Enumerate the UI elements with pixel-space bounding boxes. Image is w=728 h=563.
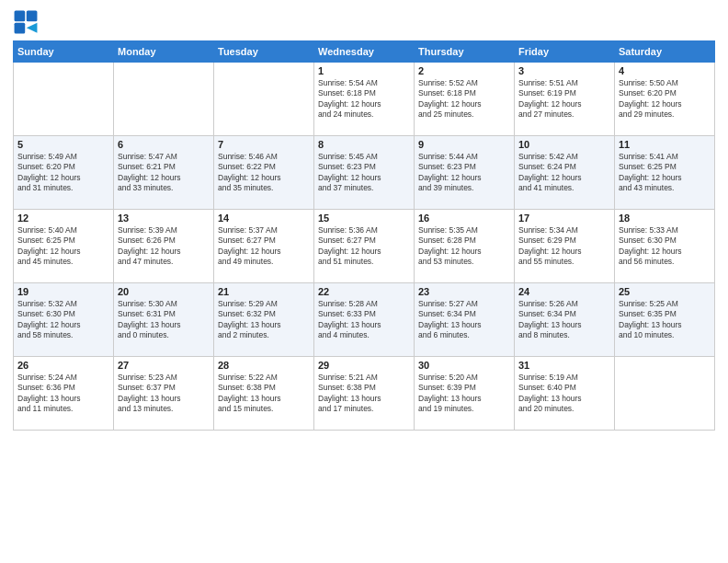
- day-info: Sunrise: 5:39 AM Sunset: 6:26 PM Dayligh…: [118, 225, 210, 268]
- calendar-week-5: 26Sunrise: 5:24 AM Sunset: 6:36 PM Dayli…: [14, 357, 715, 431]
- calendar-cell: 21Sunrise: 5:29 AM Sunset: 6:32 PM Dayli…: [214, 283, 314, 357]
- day-number: 9: [418, 139, 510, 150]
- day-info: Sunrise: 5:45 AM Sunset: 6:23 PM Dayligh…: [318, 152, 410, 194]
- calendar-week-4: 19Sunrise: 5:32 AM Sunset: 6:30 PM Dayli…: [14, 283, 715, 357]
- calendar-cell: [114, 63, 214, 136]
- calendar-cell: 25Sunrise: 5:25 AM Sunset: 6:35 PM Dayli…: [615, 283, 715, 357]
- calendar-weekday-tuesday: Tuesday: [214, 41, 314, 63]
- calendar-weekday-saturday: Saturday: [615, 41, 715, 63]
- calendar-header-row: SundayMondayTuesdayWednesdayThursdayFrid…: [14, 41, 715, 63]
- day-info: Sunrise: 5:29 AM Sunset: 6:32 PM Dayligh…: [218, 299, 310, 341]
- calendar-cell: 24Sunrise: 5:26 AM Sunset: 6:34 PM Dayli…: [515, 283, 615, 357]
- calendar-body: 1Sunrise: 5:54 AM Sunset: 6:18 PM Daylig…: [14, 63, 715, 431]
- calendar-cell: 10Sunrise: 5:42 AM Sunset: 6:24 PM Dayli…: [515, 136, 615, 210]
- calendar-weekday-wednesday: Wednesday: [314, 41, 415, 63]
- calendar-week-2: 5Sunrise: 5:49 AM Sunset: 6:20 PM Daylig…: [14, 136, 715, 210]
- calendar-weekday-friday: Friday: [515, 41, 615, 63]
- day-info: Sunrise: 5:34 AM Sunset: 6:29 PM Dayligh…: [518, 225, 610, 268]
- svg-marker-3: [27, 23, 38, 33]
- day-info: Sunrise: 5:46 AM Sunset: 6:22 PM Dayligh…: [218, 152, 310, 194]
- day-number: 27: [118, 360, 210, 371]
- day-number: 7: [218, 139, 310, 150]
- day-number: 10: [518, 139, 610, 150]
- calendar: SundayMondayTuesdayWednesdayThursdayFrid…: [13, 40, 715, 431]
- day-info: Sunrise: 5:21 AM Sunset: 6:38 PM Dayligh…: [318, 373, 410, 415]
- day-number: 14: [218, 213, 310, 224]
- day-info: Sunrise: 5:26 AM Sunset: 6:34 PM Dayligh…: [518, 299, 610, 341]
- day-info: Sunrise: 5:41 AM Sunset: 6:25 PM Dayligh…: [619, 152, 711, 194]
- calendar-cell: 17Sunrise: 5:34 AM Sunset: 6:29 PM Dayli…: [515, 210, 615, 283]
- calendar-cell: 29Sunrise: 5:21 AM Sunset: 6:38 PM Dayli…: [314, 357, 415, 431]
- calendar-cell: 22Sunrise: 5:28 AM Sunset: 6:33 PM Dayli…: [314, 283, 415, 357]
- calendar-cell: 5Sunrise: 5:49 AM Sunset: 6:20 PM Daylig…: [14, 136, 114, 210]
- svg-rect-0: [15, 11, 26, 22]
- calendar-weekday-monday: Monday: [114, 41, 214, 63]
- day-number: 15: [318, 213, 410, 224]
- day-number: 31: [518, 360, 610, 371]
- day-info: Sunrise: 5:30 AM Sunset: 6:31 PM Dayligh…: [118, 299, 210, 341]
- logo-icon: [13, 9, 39, 35]
- day-info: Sunrise: 5:49 AM Sunset: 6:20 PM Dayligh…: [17, 152, 109, 194]
- day-number: 5: [17, 139, 109, 150]
- day-info: Sunrise: 5:44 AM Sunset: 6:23 PM Dayligh…: [418, 152, 510, 194]
- day-number: 23: [418, 286, 510, 297]
- day-number: 30: [418, 360, 510, 371]
- day-number: 22: [318, 286, 410, 297]
- day-number: 21: [218, 286, 310, 297]
- day-info: Sunrise: 5:20 AM Sunset: 6:39 PM Dayligh…: [418, 373, 510, 415]
- header: [13, 9, 715, 35]
- calendar-week-1: 1Sunrise: 5:54 AM Sunset: 6:18 PM Daylig…: [14, 63, 715, 136]
- day-number: 1: [318, 65, 410, 76]
- calendar-cell: 23Sunrise: 5:27 AM Sunset: 6:34 PM Dayli…: [415, 283, 515, 357]
- day-number: 25: [619, 286, 711, 297]
- day-info: Sunrise: 5:32 AM Sunset: 6:30 PM Dayligh…: [17, 299, 109, 341]
- calendar-cell: 18Sunrise: 5:33 AM Sunset: 6:30 PM Dayli…: [615, 210, 715, 283]
- calendar-cell: 4Sunrise: 5:50 AM Sunset: 6:20 PM Daylig…: [615, 63, 715, 136]
- calendar-cell: 1Sunrise: 5:54 AM Sunset: 6:18 PM Daylig…: [314, 63, 415, 136]
- day-number: 17: [518, 213, 610, 224]
- day-info: Sunrise: 5:33 AM Sunset: 6:30 PM Dayligh…: [619, 225, 711, 268]
- day-info: Sunrise: 5:47 AM Sunset: 6:21 PM Dayligh…: [118, 152, 210, 194]
- day-number: 18: [619, 213, 711, 224]
- calendar-cell: 27Sunrise: 5:23 AM Sunset: 6:37 PM Dayli…: [114, 357, 214, 431]
- day-number: 24: [518, 286, 610, 297]
- day-info: Sunrise: 5:52 AM Sunset: 6:18 PM Dayligh…: [418, 78, 510, 121]
- calendar-weekday-thursday: Thursday: [415, 41, 515, 63]
- day-number: 11: [619, 139, 711, 150]
- day-number: 4: [619, 65, 711, 76]
- calendar-cell: [214, 63, 314, 136]
- calendar-cell: 26Sunrise: 5:24 AM Sunset: 6:36 PM Dayli…: [14, 357, 114, 431]
- calendar-cell: 2Sunrise: 5:52 AM Sunset: 6:18 PM Daylig…: [415, 63, 515, 136]
- day-number: 29: [318, 360, 410, 371]
- day-info: Sunrise: 5:35 AM Sunset: 6:28 PM Dayligh…: [418, 225, 510, 268]
- day-info: Sunrise: 5:42 AM Sunset: 6:24 PM Dayligh…: [518, 152, 610, 194]
- calendar-cell: 28Sunrise: 5:22 AM Sunset: 6:38 PM Dayli…: [214, 357, 314, 431]
- day-info: Sunrise: 5:37 AM Sunset: 6:27 PM Dayligh…: [218, 225, 310, 268]
- day-info: Sunrise: 5:51 AM Sunset: 6:19 PM Dayligh…: [518, 78, 610, 121]
- day-info: Sunrise: 5:50 AM Sunset: 6:20 PM Dayligh…: [619, 78, 711, 121]
- day-number: 6: [118, 139, 210, 150]
- calendar-cell: 12Sunrise: 5:40 AM Sunset: 6:25 PM Dayli…: [14, 210, 114, 283]
- day-number: 3: [518, 65, 610, 76]
- day-number: 16: [418, 213, 510, 224]
- calendar-week-3: 12Sunrise: 5:40 AM Sunset: 6:25 PM Dayli…: [14, 210, 715, 283]
- calendar-cell: 8Sunrise: 5:45 AM Sunset: 6:23 PM Daylig…: [314, 136, 415, 210]
- logo: [13, 9, 40, 35]
- page: SundayMondayTuesdayWednesdayThursdayFrid…: [0, 0, 728, 563]
- day-info: Sunrise: 5:25 AM Sunset: 6:35 PM Dayligh…: [619, 299, 711, 341]
- day-info: Sunrise: 5:40 AM Sunset: 6:25 PM Dayligh…: [17, 225, 109, 268]
- day-info: Sunrise: 5:54 AM Sunset: 6:18 PM Dayligh…: [318, 78, 410, 121]
- day-number: 2: [418, 65, 510, 76]
- day-number: 26: [17, 360, 109, 371]
- day-number: 28: [218, 360, 310, 371]
- calendar-cell: 19Sunrise: 5:32 AM Sunset: 6:30 PM Dayli…: [14, 283, 114, 357]
- day-number: 13: [118, 213, 210, 224]
- calendar-weekday-sunday: Sunday: [14, 41, 114, 63]
- day-number: 19: [17, 286, 109, 297]
- day-info: Sunrise: 5:27 AM Sunset: 6:34 PM Dayligh…: [418, 299, 510, 341]
- day-number: 20: [118, 286, 210, 297]
- calendar-cell: [615, 357, 715, 431]
- calendar-cell: 16Sunrise: 5:35 AM Sunset: 6:28 PM Dayli…: [415, 210, 515, 283]
- day-info: Sunrise: 5:23 AM Sunset: 6:37 PM Dayligh…: [118, 373, 210, 415]
- calendar-cell: 14Sunrise: 5:37 AM Sunset: 6:27 PM Dayli…: [214, 210, 314, 283]
